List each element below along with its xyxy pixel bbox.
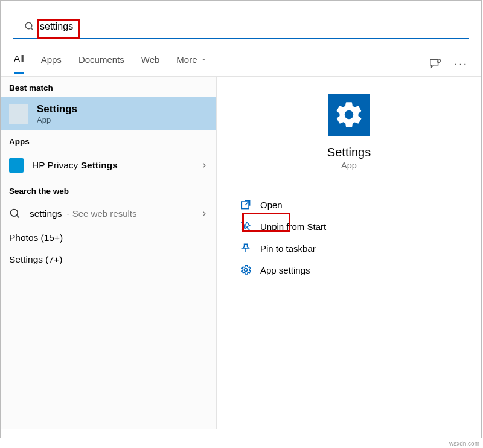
- best-match-text: Settings App: [37, 103, 77, 124]
- preview-header: Settings App: [217, 77, 481, 184]
- preview-subtitle: App: [341, 161, 357, 170]
- app-result-hp-privacy[interactable]: HP Privacy Settings: [1, 151, 216, 180]
- gear-icon: [334, 100, 364, 130]
- settings-group[interactable]: Settings (7+): [1, 249, 216, 270]
- svg-line-4: [17, 216, 19, 218]
- action-unpin-start[interactable]: Unpin from Start: [240, 216, 481, 237]
- feedback-icon[interactable]: [429, 57, 442, 71]
- chevron-down-icon: [200, 56, 207, 63]
- open-icon: [240, 199, 252, 211]
- hp-icon: [9, 158, 24, 173]
- svg-line-1: [31, 28, 33, 30]
- tab-more-label: More: [176, 54, 197, 65]
- preview-pane: Settings App Open Unpin from Start Pin t…: [217, 77, 481, 429]
- svg-point-7: [245, 269, 248, 272]
- content-area: Best match Settings App Apps HP Privacy …: [1, 77, 481, 429]
- search-icon: [9, 208, 21, 220]
- best-match-header: Best match: [1, 77, 216, 97]
- settings-app-tile: [328, 94, 370, 136]
- tab-web[interactable]: Web: [141, 54, 160, 74]
- search-web-header: Search the web: [1, 180, 216, 200]
- action-pin-taskbar[interactable]: Pin to taskbar: [240, 237, 481, 259]
- action-app-settings-label: App settings: [260, 265, 310, 275]
- chevron-right-icon: [200, 210, 208, 217]
- action-pin-taskbar-label: Pin to taskbar: [260, 243, 316, 254]
- chevron-right-icon: [200, 162, 208, 169]
- search-bar-container: [1, 1, 481, 39]
- tab-more[interactable]: More: [176, 54, 206, 74]
- preview-actions: Open Unpin from Start Pin to taskbar App…: [217, 184, 481, 281]
- preview-title: Settings: [327, 146, 371, 159]
- tab-all[interactable]: All: [14, 53, 24, 74]
- search-icon: [24, 21, 35, 32]
- svg-point-0: [25, 22, 32, 29]
- pin-icon: [240, 242, 252, 254]
- search-window: All Apps Documents Web More ··· Best mat…: [0, 0, 482, 438]
- filter-tabs: All Apps Documents Web More ···: [1, 39, 481, 77]
- web-result-item[interactable]: settings - See web results: [1, 200, 216, 227]
- best-match-subtitle: App: [37, 115, 77, 124]
- apps-header: Apps: [1, 130, 216, 151]
- search-bar[interactable]: [13, 14, 469, 39]
- action-open-label: Open: [260, 200, 283, 210]
- svg-point-3: [11, 210, 18, 217]
- more-options-icon[interactable]: ···: [454, 57, 468, 71]
- svg-point-2: [437, 59, 441, 62]
- results-pane: Best match Settings App Apps HP Privacy …: [1, 77, 217, 429]
- tab-apps[interactable]: Apps: [41, 54, 62, 74]
- action-unpin-label: Unpin from Start: [260, 222, 326, 232]
- watermark: wsxdn.com: [449, 440, 479, 447]
- best-match-title: Settings: [37, 103, 77, 115]
- best-match-item[interactable]: Settings App: [1, 97, 216, 130]
- action-open[interactable]: Open: [240, 194, 481, 216]
- action-app-settings[interactable]: App settings: [240, 259, 481, 281]
- web-result-label: settings - See web results: [30, 208, 136, 219]
- unpin-icon: [240, 220, 252, 232]
- settings-tile-icon: [9, 104, 28, 124]
- app-result-label: HP Privacy Settings: [32, 160, 118, 171]
- search-input[interactable]: [40, 21, 469, 32]
- tab-documents[interactable]: Documents: [78, 54, 124, 74]
- gear-icon: [240, 264, 252, 276]
- photos-group[interactable]: Photos (15+): [1, 227, 216, 249]
